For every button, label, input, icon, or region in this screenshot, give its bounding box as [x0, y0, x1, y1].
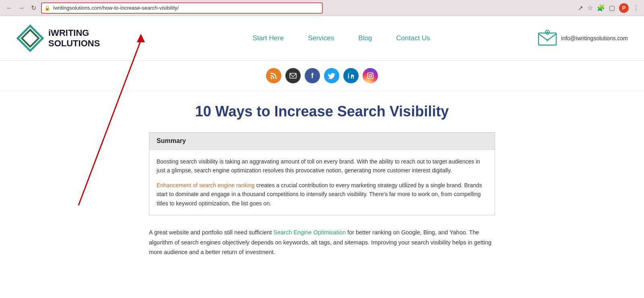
- summary-paragraph-1: Boosting search visibility is taking an …: [157, 157, 487, 175]
- contact-email-text: info@iwritingsolutions.com: [561, 35, 628, 41]
- extensions-icon[interactable]: 🧩: [597, 4, 605, 12]
- article-title: 10 Ways to Increase Search Visibility: [149, 103, 495, 120]
- contact-email-icon: @: [538, 30, 557, 47]
- bookmark-icon[interactable]: ☆: [587, 4, 593, 12]
- social-instagram-icon[interactable]: [363, 68, 378, 83]
- article-body: A great website and portfolio still need…: [149, 228, 495, 257]
- contact-info: @ info@iwritingsolutions.com: [538, 30, 628, 47]
- logo-icon: [16, 24, 44, 52]
- nav-contact-us[interactable]: Contact Us: [396, 34, 430, 42]
- social-facebook-icon[interactable]: f: [305, 68, 320, 83]
- nav-start-here[interactable]: Start Here: [253, 34, 284, 42]
- profile-circle[interactable]: P: [619, 3, 629, 13]
- summary-header: Summary: [149, 132, 495, 150]
- site-header: iWRITING SOLUTIONS Start Here Services B…: [0, 16, 644, 61]
- refresh-button[interactable]: ↻: [29, 4, 38, 12]
- svg-point-10: [547, 31, 548, 33]
- url-bar[interactable]: [41, 2, 323, 14]
- logo-area: iWRITING SOLUTIONS: [16, 24, 121, 52]
- share-icon[interactable]: ➚: [578, 4, 583, 12]
- summary-body: Boosting search visibility is taking an …: [149, 150, 495, 215]
- url-bar-wrapper: 🔒: [41, 2, 323, 14]
- social-rss-icon[interactable]: [266, 68, 281, 83]
- menu-icon[interactable]: ⋮: [633, 4, 639, 12]
- social-linkedin-icon[interactable]: [343, 68, 359, 83]
- browser-actions: ➚ ☆ 🧩 ▢ P ⋮: [578, 3, 639, 13]
- social-bar: f: [0, 61, 644, 91]
- logo-line1: iWRITING: [48, 28, 100, 38]
- back-button[interactable]: ←: [5, 4, 14, 12]
- logo-line2: SOLUTIONS: [48, 38, 100, 49]
- social-twitter-icon[interactable]: [324, 68, 339, 83]
- window-icon[interactable]: ▢: [609, 4, 615, 12]
- summary-p2-highlight: Enhancement of search engine ranking: [157, 182, 255, 188]
- seo-highlight: Search Engine Optimisation: [273, 229, 346, 236]
- summary-box: Summary Boosting search visibility is ta…: [149, 132, 495, 215]
- forward-button[interactable]: →: [17, 4, 26, 12]
- logo-text: iWRITING SOLUTIONS: [48, 28, 100, 49]
- main-nav: Start Here Services Blog Contact Us: [145, 34, 538, 42]
- nav-blog[interactable]: Blog: [358, 34, 372, 42]
- svg-rect-13: [290, 73, 296, 78]
- summary-paragraph-2: Enhancement of search engine rankingEnha…: [157, 181, 487, 208]
- article-paragraph-1: A great website and portfolio still need…: [149, 228, 495, 257]
- social-email-icon[interactable]: [285, 68, 301, 83]
- svg-point-12: [270, 77, 272, 79]
- svg-point-15: [369, 74, 372, 77]
- site-wrapper: iWRITING SOLUTIONS Start Here Services B…: [0, 16, 644, 265]
- main-content: 10 Ways to Increase Search Visibility Su…: [141, 91, 503, 265]
- lock-icon: 🔒: [44, 5, 50, 11]
- nav-services[interactable]: Services: [308, 34, 334, 42]
- svg-text:@: @: [546, 38, 549, 42]
- browser-chrome: ← → ↻ 🔒 ➚ ☆ 🧩 ▢ P ⋮: [0, 0, 644, 16]
- svg-point-16: [372, 74, 373, 74]
